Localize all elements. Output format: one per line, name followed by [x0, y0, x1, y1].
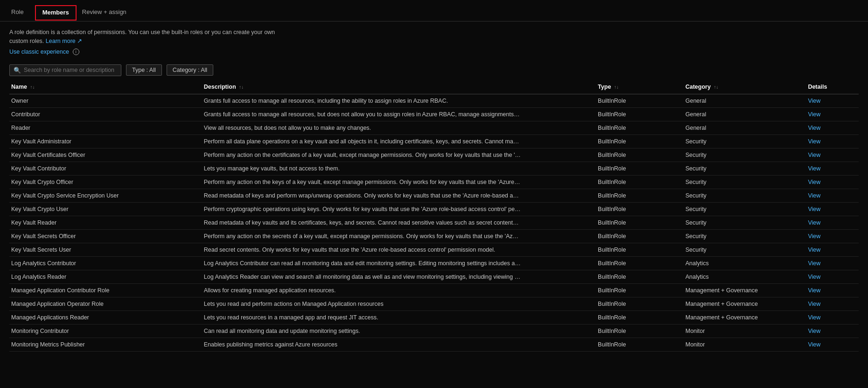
cell-details: View: [806, 338, 859, 351]
cell-category: Security: [684, 229, 806, 243]
cell-details: View: [806, 324, 859, 338]
cell-details: View: [806, 202, 859, 216]
table-body: OwnerGrants full access to manage all re…: [9, 94, 859, 351]
sort-arrows-name: ↑↓: [30, 85, 35, 90]
cell-details: View: [806, 283, 859, 297]
search-icon: 🔍: [14, 67, 21, 74]
search-input[interactable]: [24, 67, 117, 73]
cell-details: View: [806, 107, 859, 121]
view-link[interactable]: View: [808, 341, 820, 348]
table-row: Key Vault ContributorLets you manage key…: [9, 162, 859, 175]
cell-description: Perform any action on the certificates o…: [202, 148, 596, 162]
cell-category: Security: [684, 216, 806, 229]
description-text: Perform any action on the secrets of a k…: [204, 233, 521, 240]
cell-category: General: [684, 94, 806, 107]
cell-description: Read secret contents. Only works for key…: [202, 243, 596, 256]
cell-description: Allows for creating managed application …: [202, 283, 596, 297]
view-link[interactable]: View: [808, 98, 820, 104]
table-row: Key Vault ReaderRead metadata of key vau…: [9, 216, 859, 229]
description-text: Grants full access to manage all resourc…: [204, 111, 521, 118]
cell-name: Managed Applications Reader: [9, 310, 202, 324]
col-header-name[interactable]: Name ↑↓: [9, 80, 202, 94]
view-link[interactable]: View: [808, 233, 820, 240]
description-text: View all resources, but does not allow y…: [204, 125, 521, 131]
description-text: Log Analytics Contributor can read all m…: [204, 260, 521, 267]
description-text: Perform all data plane operations on a k…: [204, 138, 521, 145]
table-header-row: Name ↑↓ Description ↑↓ Type ↑↓ Category …: [9, 80, 859, 94]
cell-name: Monitoring Contributor: [9, 324, 202, 338]
cell-category: Analytics: [684, 256, 806, 270]
cell-description: Log Analytics Reader can view and search…: [202, 270, 596, 283]
cell-type: BuiltInRole: [596, 202, 684, 216]
description-text: Perform cryptographic operations using k…: [204, 206, 521, 212]
cell-type: BuiltInRole: [596, 134, 684, 148]
cell-description: Read metadata of key vaults and its cert…: [202, 216, 596, 229]
view-link[interactable]: View: [808, 111, 820, 118]
view-link[interactable]: View: [808, 287, 820, 294]
classic-experience-link[interactable]: Use classic experience i: [0, 48, 868, 61]
tab-members[interactable]: Members: [35, 5, 77, 21]
description-text: Read metadata of key vaults and its cert…: [204, 219, 521, 226]
view-link[interactable]: View: [808, 260, 820, 267]
cell-details: View: [806, 134, 859, 148]
sort-arrows-category: ↑↓: [714, 85, 718, 90]
category-filter-label: Category : All: [173, 67, 207, 73]
view-link[interactable]: View: [808, 247, 820, 253]
view-link[interactable]: View: [808, 192, 820, 199]
cell-category: Monitor: [684, 324, 806, 338]
cell-category: Security: [684, 148, 806, 162]
cell-name: Key Vault Crypto User: [9, 202, 202, 216]
cell-description: Grants full access to manage all resourc…: [202, 94, 596, 107]
col-header-description[interactable]: Description ↑↓: [202, 80, 596, 94]
cell-details: View: [806, 148, 859, 162]
tab-role-label: Role: [11, 8, 24, 15]
view-link[interactable]: View: [808, 274, 820, 280]
table-row: Monitoring ContributorCan read all monit…: [9, 324, 859, 338]
col-header-category[interactable]: Category ↑↓: [684, 80, 806, 94]
cell-description: Perform any action on the keys of a key …: [202, 175, 596, 189]
view-link[interactable]: View: [808, 179, 820, 185]
cell-details: View: [806, 216, 859, 229]
view-link[interactable]: View: [808, 328, 820, 334]
cell-details: View: [806, 121, 859, 134]
tab-bar: Role Members Review + assign: [0, 0, 868, 21]
view-link[interactable]: View: [808, 314, 820, 321]
view-link[interactable]: View: [808, 301, 820, 307]
cell-name: Reader: [9, 121, 202, 134]
cell-type: BuiltInRole: [596, 297, 684, 310]
cell-type: BuiltInRole: [596, 162, 684, 175]
search-box[interactable]: 🔍: [9, 64, 121, 76]
cell-type: BuiltInRole: [596, 338, 684, 351]
view-link[interactable]: View: [808, 138, 820, 145]
cell-description: Lets you read and perform actions on Man…: [202, 297, 596, 310]
cell-name: Key Vault Reader: [9, 216, 202, 229]
cell-description: Can read all monitoring data and update …: [202, 324, 596, 338]
cell-category: General: [684, 107, 806, 121]
cell-details: View: [806, 162, 859, 175]
tab-review-assign[interactable]: Review + assign: [80, 5, 134, 21]
cell-name: Log Analytics Contributor: [9, 256, 202, 270]
cell-name: Key Vault Contributor: [9, 162, 202, 175]
table-row: Key Vault Secrets OfficerPerform any act…: [9, 229, 859, 243]
view-link[interactable]: View: [808, 125, 820, 131]
view-link[interactable]: View: [808, 206, 820, 212]
view-link[interactable]: View: [808, 152, 820, 158]
description-line1: A role definition is a collection of per…: [9, 29, 275, 35]
cell-type: BuiltInRole: [596, 148, 684, 162]
description-text: Read metadata of keys and perform wrap/u…: [204, 192, 521, 199]
learn-more-link[interactable]: Learn more ↗: [46, 38, 82, 44]
type-filter-button[interactable]: Type : All: [126, 64, 162, 76]
view-link[interactable]: View: [808, 219, 820, 226]
cell-type: BuiltInRole: [596, 243, 684, 256]
col-header-type[interactable]: Type ↑↓: [596, 80, 684, 94]
cell-name: Owner: [9, 94, 202, 107]
tab-role[interactable]: Role: [9, 5, 31, 21]
cell-category: Management + Governance: [684, 310, 806, 324]
view-link[interactable]: View: [808, 165, 820, 172]
category-filter-button[interactable]: Category : All: [167, 64, 213, 76]
cell-name: Contributor: [9, 107, 202, 121]
cell-name: Monitoring Metrics Publisher: [9, 338, 202, 351]
tab-review-assign-label: Review + assign: [82, 8, 126, 15]
sort-arrows-desc: ↑↓: [239, 85, 244, 90]
cell-details: View: [806, 256, 859, 270]
